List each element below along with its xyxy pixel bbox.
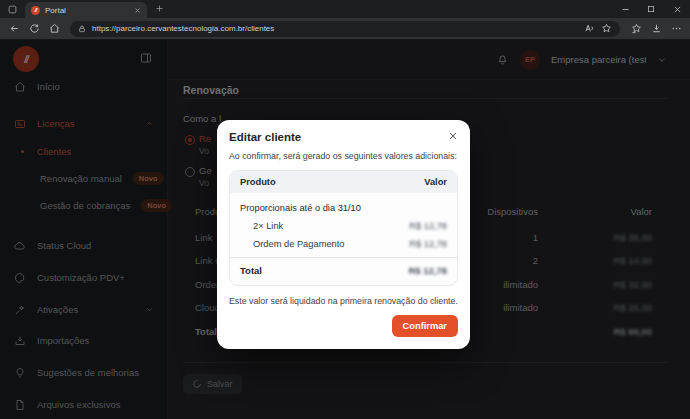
- maximize-icon[interactable]: [638, 0, 664, 18]
- refresh-icon[interactable]: [27, 22, 41, 36]
- browser-window: // Portal https://parce: [0, 0, 690, 419]
- favorites-hub-icon[interactable]: [629, 22, 643, 36]
- line-item-name: Ordem de Pagamento: [253, 239, 344, 249]
- browser-menu-icon[interactable]: [669, 22, 683, 36]
- tab-close-icon[interactable]: [134, 7, 141, 14]
- modal-values-card: Produto Valor Proporcionais até o dia 31…: [229, 170, 458, 286]
- modal-title: Editar cliente: [229, 131, 458, 143]
- line-item-value: R$ 12,78: [409, 239, 447, 249]
- modal-line-item: 2× Link R$ 12,78: [240, 221, 447, 231]
- address-bar[interactable]: https://parceiro.cervantestecnologia.com…: [70, 21, 620, 37]
- modal-group-label: Proporcionais até o dia 31/10: [240, 203, 447, 213]
- read-aloud-icon[interactable]: [584, 23, 595, 34]
- confirm-button[interactable]: Confirmar: [392, 315, 458, 337]
- home-icon[interactable]: [47, 22, 61, 36]
- window-controls: [612, 0, 690, 18]
- minimize-icon[interactable]: [612, 0, 638, 18]
- site-favicon: //: [31, 6, 40, 15]
- browser-titlebar: // Portal: [0, 0, 690, 18]
- modal-card-header: Produto Valor: [230, 171, 457, 193]
- url-text[interactable]: https://parceiro.cervantestecnologia.com…: [92, 24, 578, 33]
- line-item-name: 2× Link: [253, 221, 283, 231]
- close-window-icon[interactable]: [664, 0, 690, 18]
- modal-card-body: Proporcionais até o dia 31/10 2× Link R$…: [230, 193, 457, 249]
- app-viewport: // Início Licenças Clientes Renovação ma…: [0, 40, 690, 419]
- browser-toolbar: https://parceiro.cervantestecnologia.com…: [0, 18, 690, 40]
- favorite-star-icon[interactable]: [601, 23, 612, 34]
- modal-col-product: Produto: [240, 177, 276, 187]
- modal-total-label: Total: [240, 265, 262, 276]
- modal-footer: Confirmar: [229, 315, 458, 337]
- modal-line-item: Ordem de Pagamento R$ 12,78: [240, 239, 447, 249]
- edit-client-modal: Editar cliente Ao confirmar, será gerado…: [217, 120, 470, 349]
- lock-icon: [78, 25, 86, 33]
- browser-tab[interactable]: // Portal: [25, 2, 147, 18]
- modal-note: Este valor será liquidado na primeira re…: [229, 296, 458, 306]
- back-icon[interactable]: [7, 22, 21, 36]
- tab-actions-menu-icon[interactable]: [8, 5, 17, 14]
- modal-col-value: Valor: [424, 177, 447, 187]
- modal-total-row: Total R$ 12,78: [230, 257, 457, 285]
- new-tab-icon[interactable]: [155, 4, 164, 13]
- modal-total-value: R$ 12,78: [408, 265, 447, 276]
- downloads-icon[interactable]: [649, 22, 663, 36]
- close-icon[interactable]: [448, 131, 458, 141]
- tab-title: Portal: [45, 6, 129, 15]
- line-item-value: R$ 12,78: [409, 221, 447, 231]
- modal-description: Ao confirmar, será gerado os seguintes v…: [229, 151, 458, 161]
